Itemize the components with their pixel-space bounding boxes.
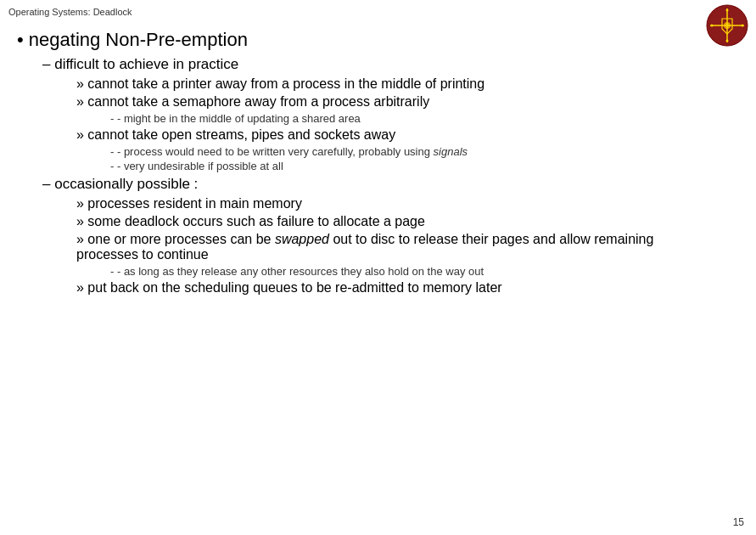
content-area: negating Non-Pre-emption – difficult to … <box>17 25 697 510</box>
sub2-scheduling: » put back on the scheduling queues to b… <box>76 280 697 296</box>
sub2-printer: » cannot take a printer away from a proc… <box>76 76 697 92</box>
sub2-resident: » processes resident in main memory <box>76 196 697 211</box>
header: Operating Systems: Deadlock <box>8 7 132 17</box>
sub3-updating: - might be in the middle of updating a s… <box>110 112 697 125</box>
bullet-main: negating Non-Pre-emption <box>17 29 697 51</box>
signals-italic: signals <box>434 145 468 158</box>
svg-point-8 <box>742 25 744 27</box>
svg-point-4 <box>724 22 731 29</box>
sub2-semaphore: » cannot take a semaphore away from a pr… <box>76 94 697 110</box>
sub3-resources: - as long as they release any other reso… <box>110 265 697 278</box>
svg-point-7 <box>711 25 714 27</box>
page-number: 15 <box>733 516 744 528</box>
sub1-occasionally: – occasionally possible : <box>42 176 697 193</box>
sub1-difficult: – difficult to achieve in practice <box>42 56 697 73</box>
swapped-italic: swapped <box>275 232 329 246</box>
sub2-swapped: » one or more processes can be swapped o… <box>76 232 697 262</box>
svg-point-5 <box>726 9 729 12</box>
header-title: Operating Systems: Deadlock <box>8 7 132 17</box>
sub2-deadlock: » some deadlock occurs such as failure t… <box>76 214 697 229</box>
logo <box>705 3 749 48</box>
sub2-streams: » cannot take open streams, pipes and so… <box>76 127 697 143</box>
sub3-undesirable: - very undesirable if possible at all <box>110 160 697 172</box>
sub3-signals: - process would need to be written very … <box>110 145 697 158</box>
svg-point-6 <box>726 40 729 42</box>
